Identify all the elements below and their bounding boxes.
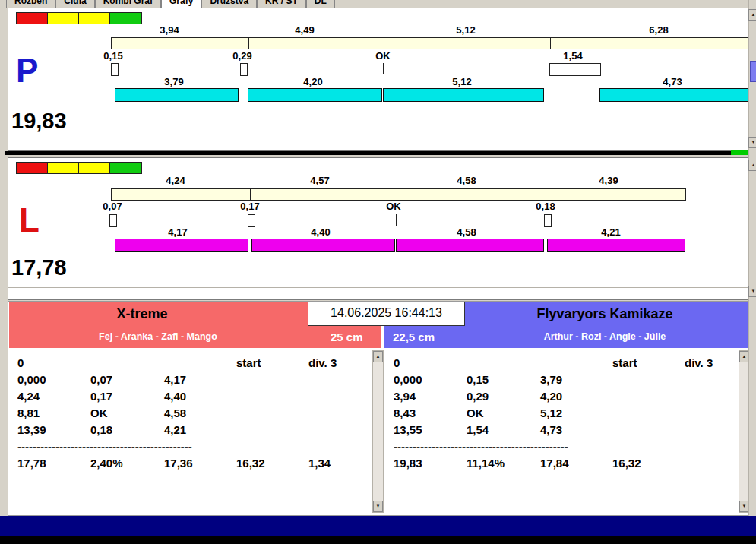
table-cell: 4,73 (540, 423, 562, 436)
total-split-label: 4,57 (310, 175, 329, 186)
exchange-gap-box (549, 63, 601, 76)
app-window: Rozběh Čidla Kombi Graf Grafy Družstva K… (0, 0, 756, 544)
dog-time-label: 4,17 (168, 226, 187, 238)
table-cell: 0,17 (90, 390, 112, 403)
tab-grafy[interactable]: Grafy (161, 0, 201, 8)
table-cell: 4,21 (164, 423, 186, 436)
table-cell: 13,55 (394, 423, 422, 436)
exchange-marker (240, 63, 248, 76)
panel-separator (5, 151, 731, 155)
dog-run-bar (547, 239, 685, 252)
scroll-down-button[interactable]: ▼ (748, 286, 756, 297)
dog-run-bar (115, 88, 239, 102)
tab-label: Kombi Graf (103, 0, 153, 6)
dog-time-label: 4,58 (457, 226, 476, 238)
column-header-div: div. 3 (685, 356, 713, 369)
dog-time-label: 3,79 (164, 76, 183, 87)
tab-cidla[interactable]: Čidla (55, 0, 94, 8)
tab-bar: Rozběh Čidla Kombi Graf Grafy Družstva K… (6, 0, 335, 8)
lane-total-time: 19,83 (11, 110, 67, 132)
lane-total-time: 17,78 (11, 257, 67, 279)
total-split-label: 4,49 (295, 24, 314, 36)
table-cell: 0 (17, 356, 24, 369)
track-divider (384, 37, 384, 49)
scroll-thumb[interactable] (750, 61, 756, 82)
total-cell: 11,14% (467, 457, 505, 470)
bottom-status-bar (0, 516, 756, 536)
column-header-start: start (236, 356, 261, 369)
table-cell: 5,12 (540, 406, 562, 419)
tab-druzstva[interactable]: Družstva (201, 0, 257, 8)
track-divider (397, 188, 397, 201)
lane-letter-l: L (19, 204, 40, 237)
total-split-label: 4,39 (599, 175, 618, 186)
team-right-members: Arthur - Rozi - Angie - Júlie (544, 331, 666, 342)
bottom-edge-bar (0, 536, 756, 544)
lane-panel-l: 4,24 4,57 4,58 4,39 0,07 0,17 OK 0,18 4,… (8, 157, 750, 300)
track-divider (550, 37, 551, 49)
exchange-label: 0,15 (103, 50, 122, 62)
dog-time-label: 5,12 (452, 76, 471, 87)
table-cell: 0,000 (17, 373, 46, 386)
exchange-label: OK (375, 50, 391, 62)
scroll-up-button[interactable]: ▲ (748, 160, 756, 171)
total-cell: 2,40% (90, 457, 123, 470)
tab-dl[interactable]: DL (306, 0, 335, 8)
table-cell: 0,07 (90, 373, 112, 386)
race-timestamp: 14.06.2025 16:44:13 (308, 302, 465, 326)
table-cell: 4,24 (17, 390, 40, 403)
team-right-jump-height: 22,5 cm (393, 331, 435, 343)
dog-run-bar (383, 88, 544, 102)
legend-green-box (109, 12, 142, 24)
total-cell: 17,84 (540, 457, 569, 470)
lane-letter-p: P (16, 54, 38, 87)
left-table-scrollbar[interactable]: ▲ ▼ (372, 350, 384, 513)
table-cell: 13,39 (17, 423, 46, 436)
exchange-marker-ok (396, 214, 397, 226)
team-left-jump-height: 25 cm (331, 331, 363, 343)
scroll-down-button[interactable]: ▼ (748, 137, 756, 148)
total-cell: 1,34 (308, 457, 331, 470)
column-header-div: div. 3 (308, 356, 337, 369)
legend-red-box (16, 12, 49, 24)
column-header-start: start (612, 356, 637, 369)
tab-kr-st[interactable]: KR / ST (257, 0, 306, 8)
legend-yellow-box (47, 162, 80, 174)
exchange-label: OK (386, 201, 401, 212)
scroll-down-button[interactable]: ▼ (373, 501, 383, 512)
total-cell: 16,32 (612, 457, 641, 470)
total-cell: 19,83 (394, 457, 422, 470)
tab-label: Rozběh (14, 0, 47, 6)
tab-rozbeh[interactable]: Rozběh (6, 0, 55, 8)
legend-green-box (109, 162, 142, 174)
exchange-marker-ok (383, 63, 384, 74)
total-cell: 17,78 (17, 457, 46, 470)
tab-label: KR / ST (265, 0, 298, 6)
dog-run-bar (599, 88, 751, 102)
scroll-up-button[interactable]: ▲ (373, 351, 383, 362)
total-cell: 16,32 (236, 457, 265, 470)
exchange-marker (544, 214, 552, 227)
total-split-label: 6,28 (649, 24, 668, 36)
table-cell: OK (90, 406, 108, 419)
scroll-up-button[interactable]: ▲ (748, 9, 756, 21)
tab-kombi-graf[interactable]: Kombi Graf (95, 0, 161, 8)
scoreboard-panel: X-treme Fej - Aranka - Zafi - Mango 25 c… (8, 301, 750, 516)
tab-label: Grafy (169, 0, 193, 6)
exchange-label: 1,54 (563, 50, 582, 62)
dog-run-bar (248, 88, 382, 102)
exchange-marker (111, 63, 119, 76)
table-cell: 4,20 (540, 390, 562, 403)
team-left-name: X-treme (116, 306, 167, 322)
table-cell: 4,40 (164, 390, 186, 403)
total-cell: 17,36 (164, 457, 193, 470)
legend-yellow-box (47, 12, 80, 24)
table-separator: ----------------------------------------… (394, 440, 568, 453)
panel-divider-line (8, 138, 749, 138)
total-split-label: 5,12 (456, 24, 475, 36)
team-left-members: Fej - Aranka - Zafi - Mango (99, 331, 217, 342)
table-cell: 4,58 (164, 406, 186, 419)
exchange-marker (248, 214, 255, 227)
dog-time-label: 4,21 (601, 226, 620, 238)
track-divider (546, 188, 546, 201)
